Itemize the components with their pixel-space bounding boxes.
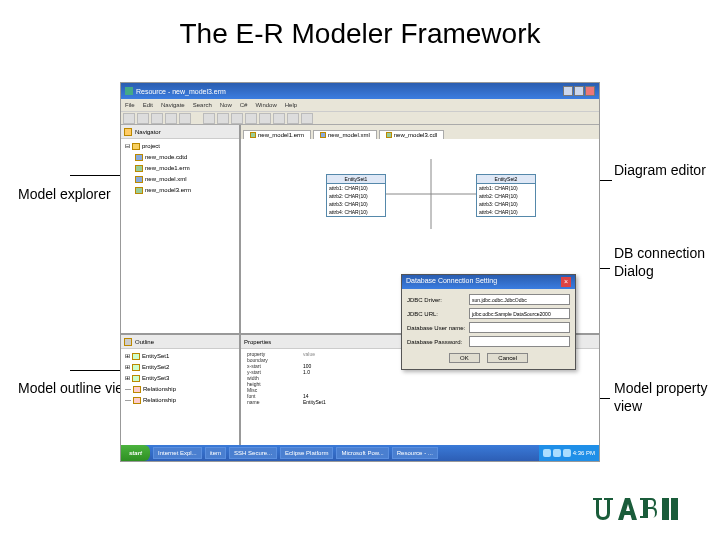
file-icon [320, 132, 326, 138]
prop-key: name [243, 399, 303, 405]
maximize-button[interactable] [574, 86, 584, 96]
minimize-button[interactable] [563, 86, 573, 96]
taskbar-task[interactable]: Internet Expl... [153, 447, 202, 459]
dialog-titlebar: Database Connection Setting× [402, 275, 575, 289]
tree-item[interactable]: new_mode1.erm [145, 163, 190, 174]
taskbar-task[interactable]: SSH Secure... [229, 447, 277, 459]
entity-title: EntitySet1 [327, 175, 385, 184]
taskbar-task[interactable]: Microsoft Pow... [336, 447, 388, 459]
entity-attr: attrb2: CHAR(10) [327, 192, 385, 200]
cancel-button[interactable]: Cancel [487, 353, 528, 363]
relationship-icon [133, 386, 141, 393]
relationship-icon [133, 397, 141, 404]
outline-item[interactable]: EntitySet3 [142, 373, 169, 384]
close-button[interactable] [585, 86, 595, 96]
menubar: File Edit Navigate Search Now C# Window … [121, 99, 599, 111]
properties-tab-label: Properties [244, 339, 271, 345]
editor-tab[interactable]: new_model.xml [313, 130, 377, 139]
toolbar-button[interactable] [245, 113, 257, 124]
entity-box[interactable]: EntitySet2 attrb1: CHAR(10) attrb2: CHAR… [476, 174, 536, 217]
toolbar-button[interactable] [301, 113, 313, 124]
system-tray: 4:36 PM [539, 445, 599, 461]
window-title: Resource - new_model3.erm [136, 88, 226, 95]
menu-navigate[interactable]: Navigate [161, 102, 185, 108]
taskbar-task[interactable]: item [205, 447, 226, 459]
menu-csharp[interactable]: C# [240, 102, 248, 108]
toolbar [121, 111, 599, 125]
toolbar-button[interactable] [151, 113, 163, 124]
toolbar-button[interactable] [123, 113, 135, 124]
tray-icon[interactable] [553, 449, 561, 457]
diagram-canvas[interactable]: EntitySet1 attrb1: CHAR(10) attrb2: CHAR… [241, 139, 599, 335]
folder-icon [124, 128, 132, 136]
toolbar-button[interactable] [203, 113, 215, 124]
user-input[interactable] [469, 322, 570, 333]
taskbar: start Internet Expl... item SSH Secure..… [121, 445, 599, 461]
url-label: JDBC URL: [407, 311, 469, 317]
file-icon [135, 187, 143, 194]
navigator-tab[interactable]: Navigator [121, 125, 239, 139]
entity-box[interactable]: EntitySet1 attrb1: CHAR(10) attrb2: CHAR… [326, 174, 386, 217]
url-input[interactable]: jdbc:odbc:Sample DataSource2000 [469, 308, 570, 319]
file-icon [135, 154, 143, 161]
driver-label: JDBC Driver: [407, 297, 469, 303]
navigator-panel: Navigator ⊟project new_mode.cdtd new_mod… [121, 125, 239, 335]
outline-item[interactable]: Relationship [143, 384, 176, 395]
menu-now[interactable]: Now [220, 102, 232, 108]
tree-root[interactable]: project [142, 141, 160, 152]
menu-help[interactable]: Help [285, 102, 297, 108]
annot-property: Model property view [614, 380, 720, 415]
toolbar-button[interactable] [273, 113, 285, 124]
outline-tab-label: Outline [135, 339, 154, 345]
tree-item[interactable]: new_model3.erm [145, 185, 191, 196]
entity-attr: attrb4: CHAR(10) [477, 208, 535, 216]
dialog-title: Database Connection Setting [406, 277, 497, 287]
outline-panel: Outline ⊞EntitySet1 ⊞EntitySet2 ⊞EntityS… [121, 335, 239, 445]
entity-icon [132, 353, 140, 360]
taskbar-task[interactable]: Eclipse Platform [280, 447, 333, 459]
toolbar-button[interactable] [217, 113, 229, 124]
outline-item[interactable]: EntitySet1 [142, 351, 169, 362]
file-icon [135, 165, 143, 172]
tree-item[interactable]: new_mode.cdtd [145, 152, 187, 163]
menu-edit[interactable]: Edit [143, 102, 153, 108]
entity-title: EntitySet2 [477, 175, 535, 184]
outline-item[interactable]: EntitySet2 [142, 362, 169, 373]
toolbar-button[interactable] [137, 113, 149, 124]
menu-window[interactable]: Window [255, 102, 276, 108]
menu-search[interactable]: Search [193, 102, 212, 108]
annot-db-dialog: DB connection Dialog [614, 245, 720, 280]
entity-attr: attrb2: CHAR(10) [477, 192, 535, 200]
start-button[interactable]: start [121, 445, 150, 461]
dialog-close-button[interactable]: × [561, 277, 571, 287]
outline-tab[interactable]: Outline [121, 335, 239, 349]
toolbar-button[interactable] [231, 113, 243, 124]
tray-icon[interactable] [543, 449, 551, 457]
ok-button[interactable]: OK [449, 353, 480, 363]
editor-tab[interactable]: new_model3.cdl [379, 130, 444, 139]
driver-input[interactable]: sun.jdbc.odbc.JdbcOdbc [469, 294, 570, 305]
entity-attr: attrb3: CHAR(10) [327, 200, 385, 208]
outline-item[interactable]: Relationship [143, 395, 176, 406]
svg-rect-3 [671, 498, 678, 520]
menu-file[interactable]: File [125, 102, 135, 108]
toolbar-button[interactable] [259, 113, 271, 124]
tree-item[interactable]: new_model.xml [145, 174, 187, 185]
outline-icon [124, 338, 132, 346]
prop-val[interactable]: EntitySet1 [303, 399, 597, 405]
file-icon [386, 132, 392, 138]
toolbar-button[interactable] [287, 113, 299, 124]
entity-icon [132, 364, 140, 371]
entity-attr: attrb1: CHAR(10) [327, 184, 385, 192]
taskbar-task[interactable]: Resource - ... [392, 447, 438, 459]
password-input[interactable] [469, 336, 570, 347]
window-titlebar: Resource - new_model3.erm [121, 83, 599, 99]
toolbar-button[interactable] [165, 113, 177, 124]
tray-icon[interactable] [563, 449, 571, 457]
slide-title: The E-R Modeler Framework [0, 0, 720, 62]
svg-rect-2 [662, 498, 669, 520]
eclipse-window: Resource - new_model3.erm File Edit Navi… [120, 82, 600, 462]
toolbar-button[interactable] [179, 113, 191, 124]
entity-attr: attrb4: CHAR(10) [327, 208, 385, 216]
editor-tab[interactable]: new_model1.erm [243, 130, 311, 139]
